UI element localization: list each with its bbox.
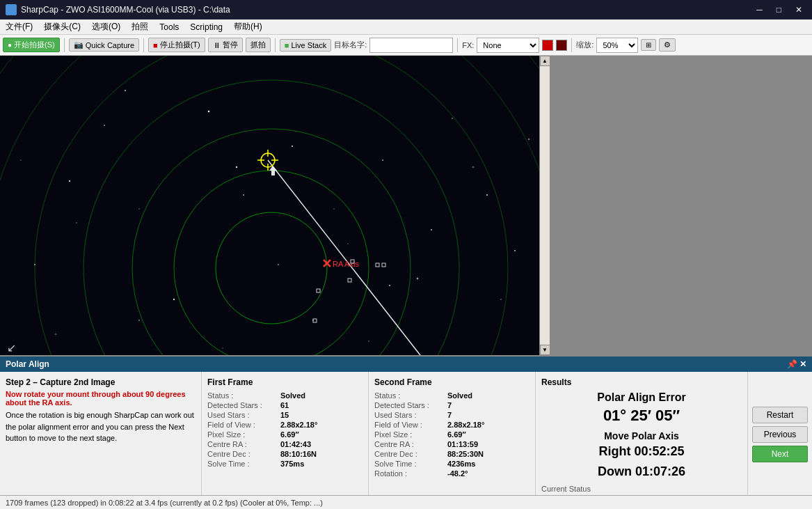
- svg-point-22: [76, 222, 77, 224]
- pin-icon[interactable]: 📌 ✕: [787, 359, 806, 369]
- frame-row: Centre Dec :88:25:30N: [374, 450, 530, 458]
- image-panel-row: ✕ RA Axis α UMi ↙ ▲ ▼: [0, 56, 812, 355]
- svg-point-5: [243, 194, 244, 196]
- frame-row: Detected Stars :7: [374, 401, 530, 409]
- settings-button[interactable]: ⚙: [659, 38, 676, 52]
- frame-label: Solve Time :: [207, 460, 280, 468]
- menu-file[interactable]: 文件(F): [0, 19, 38, 34]
- maximize-btn[interactable]: □: [772, 5, 786, 15]
- svg-point-9: [417, 278, 418, 279]
- separator-4: [457, 38, 458, 52]
- frame-row: Centre RA :01:13:59: [374, 440, 530, 448]
- scroll-down-arrow[interactable]: ▼: [540, 345, 550, 355]
- svg-point-7: [347, 243, 348, 244]
- frame-label: Status :: [374, 391, 447, 400]
- svg-point-10: [452, 118, 453, 119]
- svg-point-23: [236, 166, 237, 168]
- pause-button[interactable]: ⏸ 暂停: [208, 38, 243, 52]
- frame-value: 375ms: [280, 460, 304, 468]
- panel-title: Polar Align: [6, 359, 49, 369]
- start-capture-button[interactable]: ● 开始拍摄(S): [3, 38, 60, 52]
- frame-row: Rotation :-48.2°: [374, 469, 530, 478]
- frame-label: Used Stars :: [374, 411, 447, 419]
- svg-point-24: [333, 208, 334, 209]
- app-icon: [6, 4, 17, 15]
- svg-point-6: [292, 146, 293, 147]
- frame-value: 7: [447, 401, 452, 409]
- zoom-fit-button[interactable]: ⊞: [641, 39, 656, 51]
- first-frame-heading: First Frame: [207, 377, 363, 387]
- stop-capture-button[interactable]: ■ 停止拍摄(T): [148, 38, 205, 52]
- minimize-btn[interactable]: ─: [752, 5, 767, 15]
- frame-row: Solve Time :375ms: [207, 460, 363, 468]
- menu-options[interactable]: 选项(O): [86, 19, 126, 34]
- svg-point-1: [69, 180, 70, 182]
- close-btn[interactable]: ✕: [791, 5, 806, 15]
- frame-value: 88:10:16N: [280, 450, 317, 458]
- fx-select[interactable]: None: [477, 38, 539, 53]
- results-footer: Current Status Most Recent Frame : Solve…: [541, 485, 742, 495]
- results-section: Results Polar Align Error 01° 25′ 05″ Mo…: [536, 372, 747, 495]
- next-button[interactable]: Next: [752, 446, 808, 462]
- svg-point-20: [278, 264, 279, 265]
- panel-header: Polar Align 📌 ✕: [0, 357, 812, 372]
- main-area: ✕ RA Axis α UMi ↙ ▲ ▼: [0, 56, 812, 509]
- scroll-up-arrow[interactable]: ▲: [540, 56, 550, 66]
- svg-text:↙: ↙: [7, 342, 16, 354]
- current-status-row: Current Status: [541, 485, 742, 493]
- step-red-text: Now rotate your mount through about 90 d…: [6, 390, 196, 407]
- restart-button[interactable]: Restart: [752, 407, 808, 423]
- menu-tools[interactable]: Tools: [154, 19, 184, 34]
- right-scrollbar[interactable]: ▲ ▼: [539, 56, 550, 355]
- svg-point-30: [138, 320, 140, 321]
- step-section: Step 2 – Capture 2nd Image Now rotate yo…: [0, 372, 202, 495]
- zoom-select[interactable]: 50%: [596, 38, 638, 53]
- frame-label: Centre Dec :: [207, 450, 280, 458]
- frame-label: Used Stars :: [207, 411, 280, 419]
- menu-help[interactable]: 帮助(H): [228, 19, 268, 34]
- frame-value: 15: [280, 411, 289, 419]
- action-buttons: Restart Previous Next: [747, 372, 812, 495]
- panel-content: Step 2 – Capture 2nd Image Now rotate yo…: [0, 372, 812, 495]
- menu-camera[interactable]: 摄像头(C): [38, 19, 86, 34]
- move-axis-title: Move Polar Axis: [541, 430, 742, 441]
- gear-icon: ⚙: [664, 40, 671, 49]
- camera-icon: 📷: [74, 40, 83, 49]
- color-box-2: [556, 40, 567, 51]
- target-name-input[interactable]: [369, 38, 453, 53]
- telescope-image[interactable]: ✕ RA Axis α UMi ↙: [0, 56, 539, 355]
- separator-3: [275, 38, 276, 52]
- svg-point-14: [55, 334, 56, 335]
- zoom-label: 缩放:: [576, 40, 594, 50]
- frame-row: Pixel Size :6.69″: [374, 430, 530, 439]
- polar-error-title: Polar Align Error: [541, 391, 742, 404]
- menu-capture[interactable]: 拍照: [126, 19, 154, 34]
- side-panel: [550, 56, 812, 355]
- svg-point-29: [528, 139, 530, 140]
- menu-scripting[interactable]: Scripting: [184, 19, 228, 34]
- live-stack-button[interactable]: ■ Live Stack: [280, 39, 331, 52]
- frame-value: -48.2°: [447, 469, 468, 478]
- frame-label: Centre RA :: [374, 440, 447, 448]
- title-text: SharpCap - ZWO ASI1600MM-Cool (via USB3)…: [21, 5, 230, 15]
- status-text: 1709 frames (123 dropped) in 0:08:22 at …: [6, 499, 323, 507]
- frame-value: 01:13:59: [447, 440, 478, 448]
- second-frame-rows: Status :SolvedDetected Stars :7Used Star…: [374, 391, 530, 478]
- svg-point-26: [472, 166, 474, 168]
- svg-point-12: [500, 299, 502, 300]
- frame-value: 01:42:43: [280, 440, 311, 448]
- previous-button[interactable]: Previous: [752, 426, 808, 443]
- frame-label: Detected Stars :: [207, 401, 280, 409]
- second-frame-section: Second Frame Status :SolvedDetected Star…: [369, 372, 536, 495]
- svg-point-16: [222, 347, 223, 348]
- grab-button[interactable]: 抓拍: [246, 38, 271, 52]
- frame-label: Centre Dec :: [374, 450, 447, 458]
- pause-icon: ⏸: [213, 41, 221, 49]
- frame-label: Field of View :: [207, 421, 280, 429]
- svg-point-25: [389, 285, 390, 286]
- frame-row: Status :Solved: [207, 391, 363, 400]
- statusbar: 1709 frames (123 dropped) in 0:08:22 at …: [0, 495, 812, 509]
- frame-row: Used Stars :15: [207, 411, 363, 419]
- quick-capture-button[interactable]: 📷 Quick Capture: [69, 38, 139, 52]
- scroll-track[interactable]: [540, 66, 550, 345]
